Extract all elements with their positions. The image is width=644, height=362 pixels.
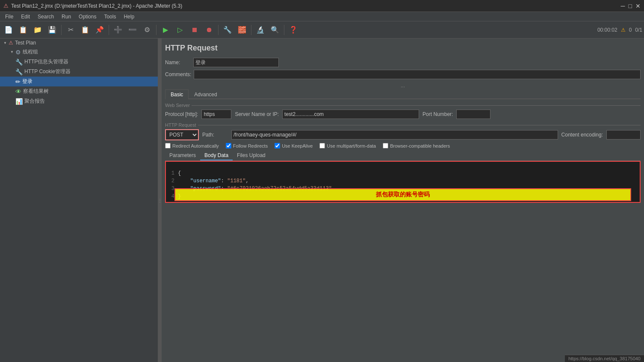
- name-input[interactable]: [193, 58, 279, 67]
- ellipsis-text: ...: [401, 83, 405, 89]
- sub-tab-body-data[interactable]: Body Data: [200, 151, 233, 160]
- port-input[interactable]: [456, 110, 490, 119]
- name-label: Name:: [165, 59, 191, 65]
- shutdown-button[interactable]: ⏺: [202, 23, 216, 37]
- title-bar-left: ⚠ Test Plan12_2.jmx (D:\jmeterTest\Test …: [3, 3, 182, 9]
- paste-button[interactable]: 📌: [93, 23, 106, 37]
- warning-icon: ⚠: [621, 27, 626, 33]
- code-editor[interactable]: 1 { 2 "username": "1181", 3 "password": …: [165, 161, 641, 203]
- toolbar-separator-4: [218, 25, 219, 35]
- gear-icon: ⚙: [15, 49, 21, 56]
- save-button[interactable]: 💾: [45, 23, 59, 37]
- functions-button[interactable]: 🔬: [254, 23, 267, 37]
- close-button[interactable]: ✕: [635, 3, 641, 9]
- status-url: https://blog.csdn.net/qq_38175040: [568, 356, 641, 361]
- open-button[interactable]: 📁: [31, 23, 44, 37]
- menu-search[interactable]: Search: [34, 13, 57, 21]
- toolbar: 📄 📋 📁 💾 ✂ 📋 📌 ➕ ➖ ⚙ ▶ ▷ ⏹ ⏺ 🔧 🧱 🔬 🔍 ❓ 00…: [0, 21, 644, 39]
- sub-tab-bar: Parameters Body Data Files Upload: [165, 151, 641, 161]
- minimize-button[interactable]: ─: [621, 3, 625, 9]
- test-plan-icon: ⚠: [9, 40, 13, 46]
- sidebar-item-test-plan[interactable]: ▼ ⚠ Test Plan: [0, 39, 158, 47]
- menu-tools[interactable]: Tools: [100, 13, 119, 21]
- method-dropdown[interactable]: POST GET PUT DELETE: [165, 129, 199, 140]
- ellipsis-row: ...: [165, 82, 641, 89]
- cut-button[interactable]: ✂: [64, 23, 77, 37]
- name-row: Name:: [165, 58, 641, 67]
- start-button[interactable]: ▶: [159, 23, 172, 37]
- search-tree-button[interactable]: 🔍: [268, 23, 282, 37]
- toolbar-separator-6: [284, 25, 284, 35]
- comments-input[interactable]: [194, 70, 641, 79]
- toolbar-separator-1: [61, 25, 62, 35]
- web-server-header: Web Server: [165, 103, 641, 108]
- tab-bar: Basic Advanced: [165, 89, 641, 99]
- status-bar: https://blog.csdn.net/qq_38175040: [565, 355, 644, 362]
- use-keepalive-checkbox[interactable]: Use KeepAlive: [275, 143, 313, 148]
- web-server-row: Protocol [http]: Server Name or IP: Port…: [165, 110, 641, 119]
- sidebar-item-thread-group[interactable]: ▼ ⚙ 线程组: [0, 47, 158, 57]
- main-layout: ▼ ⚠ Test Plan ▼ ⚙ 线程组 🔧 HTTP信息头管理器 🔧 HTT…: [0, 39, 644, 362]
- protocol-input[interactable]: [201, 110, 231, 119]
- toolbar-separator-3: [156, 25, 157, 35]
- copy-button[interactable]: 📋: [78, 23, 92, 37]
- sidebar-item-view-results[interactable]: 👁 察看结果树: [0, 86, 158, 96]
- sub-tab-parameters[interactable]: Parameters: [165, 151, 200, 160]
- title-bar: ⚠ Test Plan12_2.jmx (D:\jmeterTest\Test …: [0, 0, 644, 12]
- expand-triangle-icon-2: ▼: [10, 50, 14, 54]
- panel-title: HTTP Request: [165, 42, 641, 54]
- settings-button[interactable]: ⚙: [140, 23, 154, 37]
- start-no-pause-button[interactable]: ▷: [173, 23, 187, 37]
- http-request-row: POST GET PUT DELETE Path: Content encodi…: [165, 129, 641, 140]
- path-input[interactable]: [231, 130, 558, 139]
- code-line-2: 2 "username": "1181",: [168, 177, 638, 185]
- checkbox-row: Redirect Automatically Follow Redirects …: [165, 143, 641, 148]
- protocol-label: Protocol [http]:: [165, 111, 198, 117]
- tab-basic[interactable]: Basic: [165, 89, 189, 99]
- help-button[interactable]: ❓: [287, 23, 300, 37]
- expand-button[interactable]: ➕: [111, 23, 125, 37]
- sub-tab-files-upload[interactable]: Files Upload: [233, 151, 270, 160]
- menu-file[interactable]: File: [2, 13, 17, 21]
- expand-triangle-icon: ▼: [3, 41, 7, 45]
- new-button[interactable]: 📄: [2, 23, 15, 37]
- tab-advanced[interactable]: Advanced: [189, 89, 222, 99]
- sidebar-item-http-header[interactable]: 🔧 HTTP信息头管理器: [0, 57, 158, 67]
- path-label: Path:: [202, 132, 228, 138]
- browser-compatible-checkbox[interactable]: Browser-compatible headers: [383, 143, 450, 148]
- follow-redirects-checkbox[interactable]: Follow Redirects: [226, 143, 268, 148]
- maximize-button[interactable]: □: [629, 3, 632, 9]
- title-bar-controls[interactable]: ─ □ ✕: [621, 3, 641, 9]
- stop-button[interactable]: ⏹: [188, 23, 201, 37]
- server-name-input[interactable]: [282, 110, 419, 119]
- menu-options[interactable]: Options: [75, 13, 100, 21]
- content-area: HTTP Request Name: Comments: ... Basic A…: [162, 39, 644, 362]
- title-text: Test Plan12_2.jmx (D:\jmeterTest\Test Pl…: [11, 3, 182, 9]
- resize-handle[interactable]: ⋮: [158, 39, 162, 362]
- content-encoding-input[interactable]: [606, 130, 641, 139]
- collapse-button[interactable]: ➖: [126, 23, 139, 37]
- template-button[interactable]: 🧱: [235, 23, 249, 37]
- sidebar-item-login[interactable]: ✏ 登录: [0, 77, 158, 86]
- chart-icon: 📊: [15, 98, 23, 105]
- annotation-text: 抓包获取的账号密码: [174, 188, 631, 201]
- elapsed-time: 00:00:02: [597, 27, 617, 33]
- toolbar-separator-2: [109, 25, 109, 35]
- menu-bar: File Edit Search Run Options Tools Help: [0, 12, 644, 21]
- toolbar-separator-5: [251, 25, 251, 35]
- content-encoding-label: Content encoding:: [561, 132, 603, 138]
- menu-help[interactable]: Help: [120, 13, 138, 21]
- server-name-label: Server Name or IP:: [235, 111, 279, 117]
- open-template-button[interactable]: 📋: [16, 23, 30, 37]
- menu-edit[interactable]: Edit: [18, 13, 33, 21]
- sidebar-label-http-cookie: HTTP Cookie管理器: [24, 68, 71, 75]
- sidebar-item-http-cookie[interactable]: 🔧 HTTP Cookie管理器: [0, 67, 158, 77]
- sidebar-item-aggregate[interactable]: 📊 聚合报告: [0, 96, 158, 106]
- redirect-automatically-checkbox[interactable]: Redirect Automatically: [165, 143, 219, 148]
- menu-run[interactable]: Run: [58, 13, 74, 21]
- use-multipart-checkbox[interactable]: Use multipart/form-data: [319, 143, 376, 148]
- comments-row: Comments:: [165, 70, 641, 79]
- beanshell-button[interactable]: 🔧: [221, 23, 234, 37]
- http-request-header: HTTP Request: [165, 122, 641, 128]
- sidebar-label-view-results: 察看结果树: [23, 88, 49, 95]
